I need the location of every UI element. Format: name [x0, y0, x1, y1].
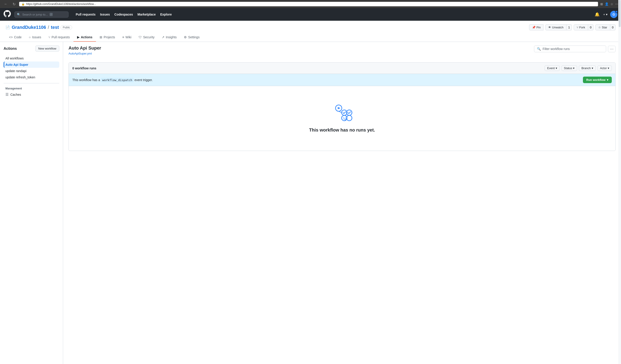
- event-filter-button[interactable]: Event ▾: [545, 65, 559, 71]
- refresh-button[interactable]: ↻: [11, 1, 17, 7]
- insights-icon: ↗: [162, 35, 164, 39]
- tab-code-label: Code: [14, 35, 21, 39]
- runs-more-button[interactable]: ⋯: [608, 46, 616, 52]
- more-icon: ⋯: [615, 2, 618, 6]
- workflow-search-box[interactable]: 🔍 Filter workflow runs: [534, 46, 606, 52]
- tab-actions[interactable]: ▶ Actions: [73, 33, 96, 42]
- tab-insights-label: Insights: [166, 35, 177, 39]
- github-logo[interactable]: [4, 10, 11, 19]
- user-avatar[interactable]: G: [610, 11, 617, 18]
- caches-icon: ☰: [5, 92, 9, 97]
- empty-state-icon: [331, 104, 353, 122]
- star-button[interactable]: ☆ Star: [595, 24, 610, 30]
- fork-button[interactable]: ⑂ Fork: [574, 24, 588, 30]
- branch-filter-label: Branch: [581, 66, 591, 70]
- url-bar[interactable]: 🔒 https://github.com/GrandDuke1106/test/…: [19, 2, 598, 6]
- runs-container: 0 workflow runs Event ▾ Status ▾ Branch …: [69, 62, 616, 151]
- repo-icon: 📄: [5, 25, 10, 30]
- event-chevron-icon: ▾: [556, 66, 557, 70]
- actor-filter-button[interactable]: Actor ▾: [598, 65, 612, 71]
- management-label: Management: [4, 86, 59, 91]
- tab-pull-requests[interactable]: ⑂ Pull requests: [45, 33, 73, 42]
- branch-filter-button[interactable]: Branch ▾: [579, 65, 596, 71]
- topnav-pull-requests[interactable]: Pull requests: [74, 11, 97, 17]
- main-layout: Actions New workflow All workflows Auto …: [0, 42, 621, 364]
- status-filter-button[interactable]: Status ▾: [562, 65, 577, 71]
- actor-chevron-icon: ▾: [608, 66, 609, 70]
- tab-security[interactable]: 🛡 Security: [135, 33, 158, 42]
- avatar-badge: [615, 10, 618, 13]
- scrollbar-thumb[interactable]: [619, 0, 621, 27]
- svg-marker-1: [338, 107, 341, 109]
- workflow-file-link[interactable]: AutoApiSuper.yml: [69, 52, 92, 55]
- sidebar-item-caches[interactable]: ☰ Caches: [4, 91, 59, 98]
- sidebar-item-update-refresh-token[interactable]: update refresh_token: [4, 74, 59, 81]
- projects-icon: ⊞: [100, 35, 102, 39]
- issues-icon: ○: [29, 35, 31, 39]
- tab-projects[interactable]: ⊞ Projects: [96, 33, 119, 42]
- bookmark-icon: ☆: [610, 2, 613, 6]
- create-new-button[interactable]: + ▾: [603, 13, 607, 16]
- svg-point-7: [346, 115, 352, 121]
- new-workflow-button[interactable]: New workflow: [35, 46, 59, 51]
- github-topnav: 🔍 Search or jump to... / Pull requests I…: [0, 8, 621, 21]
- search-icon: 🔍: [537, 47, 541, 51]
- browser-action-icons: ⊞ 👤 ☆ ⋯: [600, 2, 618, 6]
- repo-nav: <> Code ○ Issues ⑂ Pull requests ▶ Actio…: [5, 33, 616, 42]
- caches-label: Caches: [10, 93, 21, 96]
- search-placeholder-text: Filter workflow runs: [543, 47, 570, 51]
- runs-filters: Event ▾ Status ▾ Branch ▾ Actor ▾: [545, 65, 612, 71]
- scrollbar-track[interactable]: [618, 0, 621, 364]
- sidebar-item-auto-api-super[interactable]: Auto Api Super: [4, 62, 59, 68]
- svg-line-8: [339, 111, 342, 113]
- content-toolbar: Auto Api Super AutoApiSuper.yml 🔍 Filter…: [69, 46, 616, 59]
- status-filter-label: Status: [564, 66, 572, 70]
- pr-icon: ⑂: [49, 35, 50, 39]
- tab-wiki[interactable]: ≡ Wiki: [119, 33, 135, 42]
- star-count[interactable]: 0: [610, 24, 616, 30]
- repo-header: 📄 GrandDuke1106 / test Public 📌 Pin 👁 Un…: [0, 21, 621, 42]
- topnav-explore[interactable]: Explore: [158, 11, 173, 17]
- empty-state: This workflow has no runs yet.: [69, 86, 615, 151]
- actor-filter-label: Actor: [600, 66, 607, 70]
- security-icon: 🛡: [138, 35, 142, 39]
- workflow-title: Auto Api Super: [69, 46, 101, 51]
- topnav-codespaces[interactable]: Codespaces: [113, 11, 135, 17]
- back-button[interactable]: ←: [3, 1, 9, 7]
- run-workflow-button[interactable]: Run workflow ▾: [583, 77, 612, 83]
- tab-issues[interactable]: ○ Issues: [25, 33, 45, 42]
- svg-point-4: [342, 115, 347, 121]
- unwatch-count[interactable]: 1: [567, 24, 572, 30]
- unwatch-button[interactable]: 👁 Unwatch: [545, 24, 566, 30]
- extensions-icon: ⊞: [600, 2, 603, 6]
- sidebar-item-update-randapi[interactable]: update randapi: [4, 68, 59, 74]
- sidebar-all-workflows-label: All workflows: [5, 57, 24, 60]
- sidebar-auto-api-super-label: Auto Api Super: [5, 63, 28, 66]
- star-group: ☆ Star 0: [595, 24, 616, 30]
- tab-settings-label: Settings: [188, 35, 200, 39]
- topnav-issues[interactable]: Issues: [98, 11, 112, 17]
- topnav-right: 🔔 + ▾ G: [594, 11, 617, 18]
- pin-button[interactable]: 📌 Pin: [529, 24, 543, 30]
- code-icon: <>: [9, 35, 13, 39]
- search-icon: 🔍: [17, 13, 20, 16]
- sidebar-update-randapi-label: update randapi: [5, 69, 26, 73]
- tab-insights[interactable]: ↗ Insights: [158, 33, 180, 42]
- topnav-marketplace[interactable]: Marketplace: [136, 11, 157, 17]
- branch-chevron-icon: ▾: [592, 66, 593, 70]
- repo-owner-link[interactable]: GrandDuke1106: [12, 25, 46, 30]
- trigger-code: workflow_dispatch: [101, 78, 134, 82]
- search-placeholder: Search or jump to...: [22, 13, 48, 16]
- status-chevron-icon: ▾: [573, 66, 575, 70]
- notifications-button[interactable]: 🔔: [594, 11, 601, 18]
- sidebar-item-all-workflows[interactable]: All workflows: [4, 55, 59, 62]
- repo-name-link[interactable]: test: [51, 25, 59, 30]
- tab-code[interactable]: <> Code: [5, 33, 25, 42]
- wiki-icon: ≡: [122, 35, 124, 39]
- empty-state-text: This workflow has no runs yet.: [309, 128, 375, 133]
- tab-settings[interactable]: ⚙ Settings: [180, 33, 203, 42]
- search-box[interactable]: 🔍 Search or jump to... /: [15, 12, 69, 17]
- runs-header: 0 workflow runs Event ▾ Status ▾ Branch …: [69, 63, 615, 74]
- fork-count[interactable]: 0: [588, 24, 593, 30]
- svg-point-6: [345, 117, 346, 118]
